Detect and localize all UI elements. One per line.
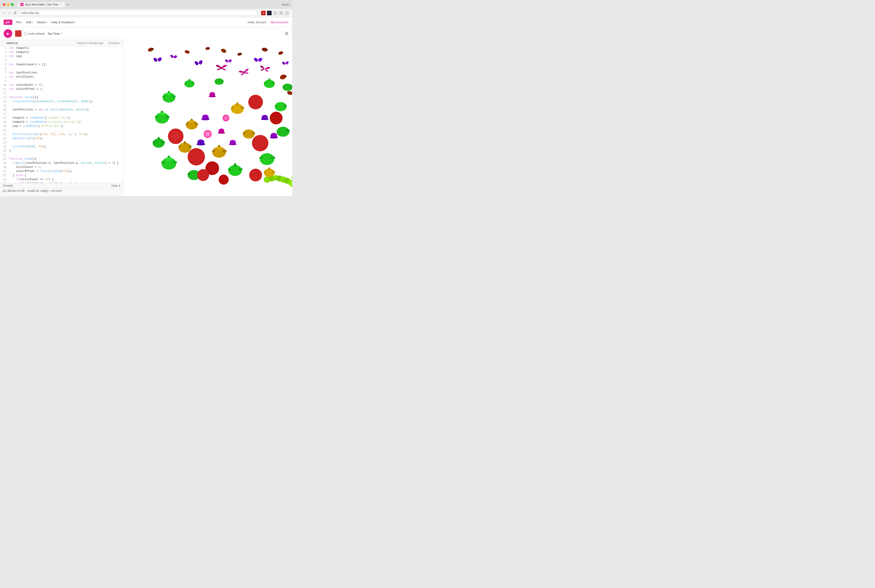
console-clear-button[interactable]: Clear ▾ bbox=[111, 184, 120, 187]
save-status: Saved: 5 minutes ago bbox=[77, 42, 104, 45]
menu-file[interactable]: File ▾ bbox=[16, 21, 23, 24]
code-line-6: 6 bbox=[0, 67, 123, 71]
svg-point-58 bbox=[184, 141, 186, 144]
code-line-20: 20 cup = loadModel('koffie.obj'); bbox=[0, 124, 123, 128]
console-header: Console Clear ▾ bbox=[0, 183, 123, 188]
svg-point-100 bbox=[268, 78, 270, 81]
sketch-name: Tea Time ✎ bbox=[48, 32, 63, 35]
auto-refresh-label: Auto-refresh bbox=[24, 32, 45, 35]
svg-rect-76 bbox=[219, 131, 224, 133]
opera-icon[interactable]: O bbox=[261, 11, 266, 15]
svg-point-123 bbox=[264, 171, 266, 172]
toolbar-right: Hello, lmccart! | My Account ▾ bbox=[248, 21, 289, 24]
editor-area: › sketch.js Saved: 5 minutes ago Preview… bbox=[0, 40, 123, 196]
svg-point-70 bbox=[236, 102, 239, 106]
auto-refresh-checkbox[interactable] bbox=[24, 32, 27, 35]
back-button[interactable]: ‹ bbox=[3, 10, 6, 15]
stop-button[interactable] bbox=[15, 30, 21, 37]
svg-point-54 bbox=[189, 121, 194, 123]
active-tab[interactable]: p5 p5.js Web Editor | Tea Time × bbox=[17, 2, 65, 7]
svg-rect-91 bbox=[262, 117, 268, 119]
svg-point-39 bbox=[286, 129, 290, 132]
code-line-15: 15 bbox=[0, 104, 123, 108]
svg-rect-82 bbox=[230, 142, 236, 144]
minimize-button[interactable] bbox=[7, 3, 10, 6]
traffic-lights bbox=[3, 3, 14, 6]
code-line-28: 28 function draw(){ bbox=[0, 157, 123, 161]
code-line-18: 18 teapot1 = loadModel('teapot.obj'); bbox=[0, 116, 123, 120]
main-content: › sketch.js Saved: 5 minutes ago Preview… bbox=[0, 40, 292, 196]
menu-help[interactable]: Help & Feedback ▾ bbox=[51, 21, 76, 24]
svg-point-61 bbox=[212, 150, 215, 152]
svg-point-51 bbox=[194, 123, 198, 125]
maximize-button[interactable] bbox=[11, 3, 14, 6]
svg-point-92 bbox=[221, 67, 222, 69]
close-button[interactable] bbox=[3, 3, 6, 6]
svg-point-15 bbox=[165, 116, 170, 118]
svg-point-120 bbox=[249, 169, 262, 182]
svg-point-22 bbox=[158, 137, 160, 140]
code-line-1: 1 var teapot1; bbox=[0, 46, 123, 50]
menu-sketch[interactable]: Sketch ▾ bbox=[37, 21, 48, 24]
file-arrow: ▾ bbox=[21, 21, 23, 24]
code-line-21: 21 bbox=[0, 128, 123, 132]
console-area: Console Clear ▾ p5.Renderer3D: enabled w… bbox=[0, 183, 123, 196]
menu-icon[interactable]: ⋮ bbox=[285, 11, 289, 15]
preview-scene bbox=[123, 40, 292, 196]
console-message: p5.Renderer3D: enabled webgl context bbox=[3, 189, 62, 192]
app: p5* File ▾ Edit ▾ Sketch ▾ Help & Feedba… bbox=[0, 17, 292, 196]
svg-point-124 bbox=[268, 167, 270, 170]
sync-icon[interactable]: ↻ bbox=[279, 11, 283, 15]
reload-button[interactable]: ↺ bbox=[12, 10, 17, 16]
code-line-12: 12 bbox=[0, 92, 123, 96]
svg-point-32 bbox=[239, 168, 243, 171]
svg-rect-85 bbox=[271, 135, 277, 138]
clear-chevron-icon: ▾ bbox=[119, 184, 120, 187]
code-line-17: 17 bbox=[0, 112, 123, 116]
menu-edit[interactable]: Edit ▾ bbox=[26, 21, 33, 24]
app-menu: File ▾ Edit ▾ Sketch ▾ Help & Feedback ▾ bbox=[16, 21, 76, 24]
edit-arrow: ▾ bbox=[32, 21, 33, 24]
settings-button[interactable]: ⚙ bbox=[285, 31, 289, 36]
editor-body[interactable]: 1 var teapot1; 2 var teapot2; 3 var cup;… bbox=[0, 46, 123, 183]
separator: | bbox=[268, 21, 269, 24]
svg-point-69 bbox=[231, 107, 234, 109]
code-line-19: 19 teapot2 = loadModel('crockery_pot.obj… bbox=[0, 120, 123, 124]
bookmark-icon[interactable]: ☆ bbox=[273, 11, 278, 15]
collapse-chevron[interactable]: › bbox=[4, 42, 5, 45]
svg-point-126 bbox=[205, 132, 210, 136]
svg-point-49 bbox=[248, 95, 263, 110]
title-bar: p5 p5.js Web Editor | Tea Time × + laure… bbox=[0, 0, 292, 9]
app-logo[interactable]: p5* bbox=[4, 20, 12, 25]
svg-point-98 bbox=[272, 82, 275, 84]
svg-point-41 bbox=[284, 105, 287, 107]
my-account-link[interactable]: My Account ▾ bbox=[271, 21, 289, 24]
opera-crypto-icon[interactable]: ₿ bbox=[267, 11, 272, 15]
new-tab-button[interactable]: + bbox=[66, 3, 70, 7]
svg-point-63 bbox=[216, 147, 222, 150]
svg-point-131 bbox=[185, 82, 187, 84]
svg-point-44 bbox=[171, 132, 180, 141]
svg-rect-88 bbox=[209, 94, 215, 96]
code-line-9: 9 bbox=[0, 79, 123, 83]
preview-svg bbox=[123, 40, 292, 196]
sketch-arrow: ▾ bbox=[47, 21, 48, 24]
forward-button[interactable]: › bbox=[8, 10, 11, 15]
svg-point-18 bbox=[159, 112, 165, 116]
address-bar[interactable]: editor.p5js.org bbox=[19, 10, 257, 16]
tab-close-button[interactable]: × bbox=[60, 3, 62, 6]
help-arrow: ▾ bbox=[75, 21, 76, 24]
code-line-30: 30 stillCount = 0; bbox=[0, 165, 123, 170]
code-line-5: 5 var teapotLayers = []; bbox=[0, 63, 123, 67]
svg-point-56 bbox=[188, 146, 192, 148]
svg-point-2 bbox=[151, 48, 154, 50]
edit-sketch-name-icon[interactable]: ✎ bbox=[60, 32, 63, 35]
editor-header: › sketch.js Saved: 5 minutes ago Preview bbox=[0, 40, 123, 46]
code-line-23: 23 ambientLight(125); bbox=[0, 136, 123, 141]
play-button[interactable]: ▶ bbox=[4, 29, 12, 38]
svg-point-134 bbox=[221, 80, 223, 82]
svg-point-57 bbox=[179, 146, 181, 148]
svg-point-21 bbox=[153, 141, 155, 143]
play-icon: ▶ bbox=[7, 32, 9, 35]
svg-point-30 bbox=[188, 173, 190, 175]
